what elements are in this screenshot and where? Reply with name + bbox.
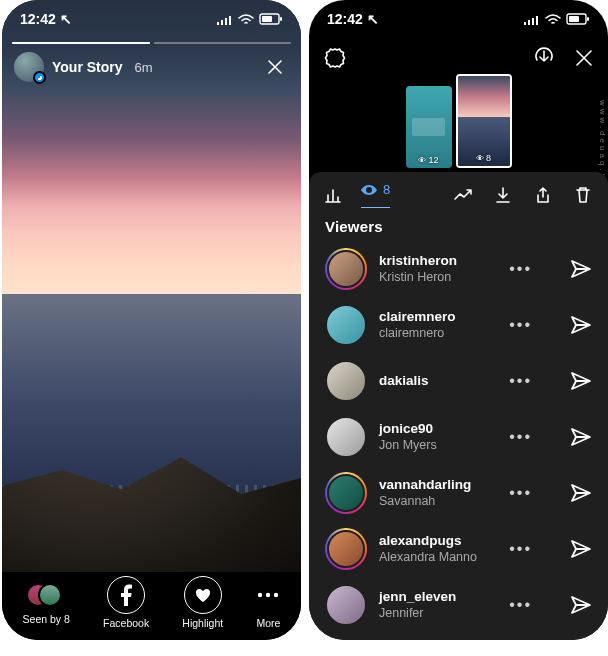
story-thumbnails: 128 (309, 72, 608, 168)
viewer-display-name: Jon Myers (379, 438, 437, 454)
seen-by-label: Seen by 8 (23, 613, 70, 625)
viewer-more-button[interactable]: ••• (509, 260, 532, 278)
story-age: 6m (135, 60, 153, 75)
viewer-send-button[interactable] (570, 595, 592, 615)
status-icons (216, 13, 283, 25)
chart-icon (323, 186, 343, 204)
svg-rect-2 (280, 17, 282, 21)
status-time: 12:42 ↖ (20, 11, 72, 27)
share-button[interactable] (532, 186, 554, 204)
delete-button[interactable] (572, 186, 594, 204)
viewer-send-button[interactable] (570, 483, 592, 503)
viewer-more-button[interactable]: ••• (509, 540, 532, 558)
viewer-more-button[interactable]: ••• (509, 316, 532, 334)
seen-by-button[interactable]: Seen by 8 (23, 580, 70, 625)
promote-button[interactable] (452, 188, 474, 202)
download-button[interactable] (492, 186, 514, 204)
sheet-tabs: 8 (309, 172, 608, 208)
viewer-row[interactable]: vannahdarlingSavannah••• (309, 465, 608, 521)
viewer-list[interactable]: kristinheronKristin Heron•••clairemneroc… (309, 241, 608, 640)
svg-rect-8 (587, 17, 589, 21)
viewer-display-name: Savannah (379, 494, 471, 510)
save-button[interactable] (532, 46, 556, 70)
settings-icon (323, 46, 347, 70)
viewer-avatar[interactable] (325, 248, 367, 290)
viewer-row[interactable]: kaitlynhstyle••• (309, 633, 608, 640)
trash-icon (575, 186, 591, 204)
viewer-avatar[interactable] (325, 416, 367, 458)
signal-icon (523, 14, 540, 25)
thumbnail-view-count: 12 (406, 155, 452, 165)
story-bottom-bar: Seen by 8 Facebook Highlight More (2, 572, 301, 640)
close-button[interactable] (261, 53, 289, 81)
save-icon (532, 46, 556, 70)
insights-tab[interactable] (323, 186, 343, 204)
viewer-display-name: Alexandra Manno (379, 550, 477, 566)
battery-icon (259, 13, 283, 25)
viewer-row[interactable]: alexandpugsAlexandra Manno••• (309, 521, 608, 577)
send-icon (570, 259, 592, 279)
story-view-screen: 12:42 ↖ Your Story 6m (2, 0, 301, 640)
viewer-more-button[interactable]: ••• (509, 372, 532, 390)
svg-point-5 (274, 592, 278, 596)
viewer-avatar[interactable] (325, 472, 367, 514)
facebook-icon (107, 576, 145, 614)
viewer-row[interactable]: kristinheronKristin Heron••• (309, 241, 608, 297)
viewers-sheet: 8 Viewers kristinheronKristin Heron•••cl… (309, 172, 608, 640)
svg-point-4 (266, 592, 270, 596)
viewer-username: alexandpugs (379, 533, 477, 550)
viewer-row[interactable]: jenn_elevenJennifer••• (309, 577, 608, 633)
viewer-send-button[interactable] (570, 259, 592, 279)
viewer-row[interactable]: dakialis••• (309, 353, 608, 409)
svg-rect-1 (262, 16, 272, 22)
viewers-tab[interactable]: 8 (361, 182, 390, 208)
viewer-send-button[interactable] (570, 315, 592, 335)
viewer-row[interactable]: clairemneroclairemnero••• (309, 297, 608, 353)
viewer-avatar[interactable] (325, 584, 367, 626)
heart-icon (184, 576, 222, 614)
trend-icon (453, 188, 473, 202)
highlight-button[interactable]: Highlight (182, 576, 223, 629)
viewer-send-button[interactable] (570, 427, 592, 447)
send-icon (570, 427, 592, 447)
viewer-display-name: clairemnero (379, 326, 456, 342)
close-icon (574, 48, 594, 68)
story-photo[interactable] (2, 0, 301, 640)
your-avatar[interactable] (14, 52, 44, 82)
viewer-username: vannahdarling (379, 477, 471, 494)
more-button[interactable]: More (256, 576, 280, 629)
viewer-more-button[interactable]: ••• (509, 484, 532, 502)
settings-button[interactable] (323, 46, 347, 70)
viewer-avatar[interactable] (325, 304, 367, 346)
story-insights-screen: 12:42 ↖ 128 (309, 0, 608, 640)
send-icon (570, 371, 592, 391)
thumbnail-view-count: 8 (458, 153, 510, 163)
story-thumbnail[interactable]: 12 (406, 86, 452, 168)
viewer-username: kristinheron (379, 253, 457, 270)
svg-rect-7 (569, 16, 579, 22)
close-button[interactable] (574, 48, 594, 68)
wifi-icon (238, 14, 254, 25)
download-icon (495, 186, 511, 204)
viewer-avatar[interactable] (325, 528, 367, 570)
send-icon (570, 595, 592, 615)
viewer-more-button[interactable]: ••• (509, 596, 532, 614)
viewer-username: jonice90 (379, 421, 437, 438)
more-icon (256, 576, 280, 614)
viewer-row[interactable]: jonice90Jon Myers••• (309, 409, 608, 465)
viewer-more-button[interactable]: ••• (509, 428, 532, 446)
viewer-avatar[interactable] (325, 360, 367, 402)
viewer-username: dakialis (379, 373, 429, 390)
story-thumbnail[interactable]: 8 (456, 74, 512, 168)
viewer-send-button[interactable] (570, 371, 592, 391)
svg-point-3 (258, 592, 262, 596)
viewers-section-title: Viewers (309, 208, 608, 241)
viewer-username: clairemnero (379, 309, 456, 326)
status-bar: 12:42 ↖ (2, 0, 301, 38)
eye-icon (361, 184, 377, 196)
send-icon (570, 483, 592, 503)
send-icon (570, 315, 592, 335)
viewer-send-button[interactable] (570, 539, 592, 559)
viewer-display-name: Jennifer (379, 606, 456, 622)
share-facebook-button[interactable]: Facebook (103, 576, 149, 629)
